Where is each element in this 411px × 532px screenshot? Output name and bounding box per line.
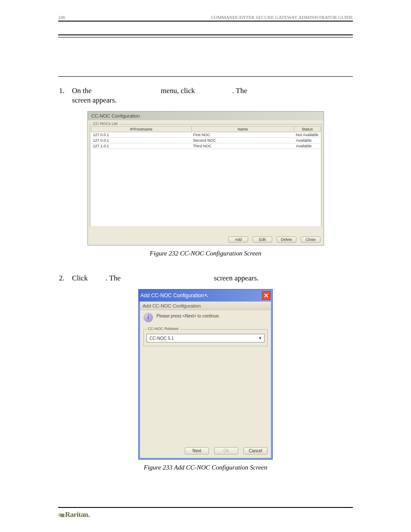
- delete-button[interactable]: Delete: [277, 236, 296, 243]
- col-header-name[interactable]: Name: [191, 127, 294, 132]
- ok-button[interactable]: Ok: [214, 447, 238, 454]
- fieldset-legend: CC-NOCs List: [92, 121, 119, 126]
- text: menu, click: [161, 87, 197, 95]
- cell-status: Available: [294, 138, 321, 143]
- ccnoc-config-screenshot: CC-NOC Configuration CC-NOCs List IP/Hos…: [87, 111, 324, 246]
- combobox-value: CC-NOC 5.1: [147, 336, 256, 341]
- logo-text: Raritan.: [65, 510, 90, 519]
- window-title: CC-NOC Configuration: [88, 112, 324, 120]
- dialog-titlebar[interactable]: Add CC-NOC Configuration ↖ ✕: [139, 289, 272, 302]
- fieldset-legend: CC-NOC Release: [146, 327, 180, 331]
- text: screen appears.: [72, 96, 117, 104]
- figure-caption-2: Figure 233 Add CC-NOC Configuration Scre…: [58, 464, 353, 471]
- add-button[interactable]: Add: [228, 236, 248, 243]
- cell-name: Second NOC: [191, 138, 294, 143]
- next-button[interactable]: Next: [185, 447, 209, 454]
- raritan-logo: ≡≣ Raritan.: [58, 510, 353, 519]
- table-row[interactable]: 127.0.0.1 Second NOC Available: [91, 138, 321, 143]
- info-icon: i: [143, 313, 153, 322]
- step-2: 2. Click . The screen appears.: [59, 274, 353, 283]
- cancel-button[interactable]: Cancel: [243, 447, 268, 454]
- cursor-icon: ↖: [204, 292, 209, 299]
- list-number: 1.: [59, 86, 72, 105]
- text: screen appears.: [214, 274, 258, 282]
- info-text: Please press <Next> to continue.: [156, 313, 220, 318]
- cell-name: First NOC: [191, 132, 294, 138]
- release-combobox[interactable]: CC-NOC 5.1 ▼: [146, 334, 265, 342]
- col-header-status[interactable]: Status: [294, 127, 321, 132]
- divider: [58, 34, 353, 35]
- add-ccnoc-dialog: Add CC-NOC Configuration ↖ ✕ Add CC-NOC …: [138, 289, 273, 460]
- release-fieldset: CC-NOC Release CC-NOC 5.1 ▼: [143, 329, 268, 346]
- ccnocs-table: IP/Hostname Name Status 127.0.0.1 First …: [91, 126, 321, 226]
- dialog-title: Add CC-NOC Configuration: [140, 292, 204, 299]
- edit-button[interactable]: Edit: [252, 236, 272, 243]
- page-number: 186: [58, 15, 65, 20]
- table-fill: [91, 149, 321, 226]
- table-row[interactable]: 127.0.0.1 First NOC Not Available: [91, 132, 321, 138]
- cell-status: Not Available: [294, 132, 321, 138]
- logo-glyph-icon: ≡≣: [58, 511, 63, 519]
- text: . The: [232, 87, 247, 95]
- col-header-ip[interactable]: IP/Hostname: [91, 127, 192, 132]
- dialog-subtitle: Add CC-NOC Configuration: [140, 302, 271, 310]
- text: . The: [106, 274, 122, 282]
- cell-ip: 127.0.0.1: [91, 138, 192, 143]
- cell-ip: 127.0.0.1: [91, 132, 192, 138]
- divider: [58, 76, 353, 77]
- close-icon[interactable]: ✕: [262, 291, 271, 300]
- doc-title: COMMANDCENTER SECURE GATEWAY ADMINISTRAT…: [211, 15, 353, 20]
- list-number: 2.: [59, 274, 72, 283]
- step-1: 1. On the menu, click . The screen appea…: [59, 86, 353, 105]
- cell-ip: 127.1.0.1: [91, 143, 192, 149]
- footer-divider: [58, 507, 353, 508]
- figure-caption-1: Figure 232 CC-NOC Configuration Screen: [58, 250, 353, 257]
- cell-status: Available: [294, 143, 321, 149]
- cell-name: Third NOC: [191, 143, 294, 149]
- close-button[interactable]: Close: [301, 236, 321, 243]
- table-row[interactable]: 127.1.0.1 Third NOC Available: [91, 143, 321, 149]
- ccnocs-list-fieldset: CC-NOCs List IP/Hostname Name Status 127…: [90, 124, 322, 226]
- text: Click: [72, 274, 90, 282]
- chevron-down-icon[interactable]: ▼: [256, 336, 264, 340]
- text: On the: [72, 87, 93, 95]
